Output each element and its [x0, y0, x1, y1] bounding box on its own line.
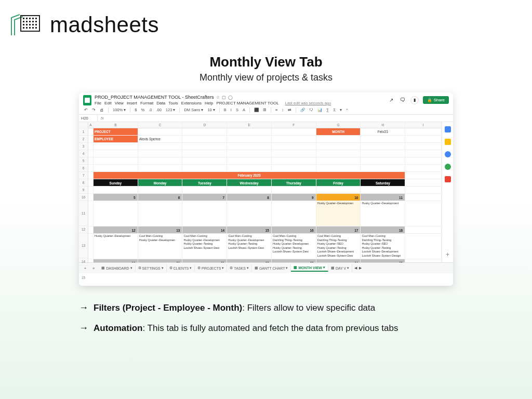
- col-header-H[interactable]: H: [361, 122, 405, 128]
- maps-icon[interactable]: [445, 176, 451, 182]
- col-header-G[interactable]: G: [316, 122, 361, 128]
- date-cell[interactable]: 20: [138, 259, 183, 262]
- sheet-tab-tasks[interactable]: ⚙TASKS▾: [227, 264, 251, 272]
- row-header[interactable]: 14: [79, 258, 88, 265]
- tab-menu-icon[interactable]: ▾: [130, 266, 132, 270]
- task-cell[interactable]: Cool Man–CostingHusky Quarter–Developmen…: [227, 234, 272, 259]
- col-header-E[interactable]: E: [227, 122, 272, 128]
- toolbar-btn-14[interactable]: A: [242, 107, 246, 113]
- menu-extensions[interactable]: Extensions: [181, 101, 202, 105]
- row-header[interactable]: 10: [79, 194, 88, 201]
- toolbar-btn-24[interactable]: Σ: [332, 107, 337, 113]
- tasks-icon[interactable]: [445, 151, 451, 157]
- toolbar-btn-25[interactable]: ▾: [339, 107, 343, 113]
- task-cell[interactable]: [272, 201, 316, 226]
- task-cell[interactable]: Cool Man–CostingDazzling Thing–TestingHu…: [272, 234, 316, 259]
- row-header[interactable]: 4: [79, 150, 88, 157]
- menu-format[interactable]: Format: [140, 101, 153, 105]
- filter-month-value[interactable]: Feb/23: [361, 128, 405, 135]
- col-header-B[interactable]: B: [94, 122, 138, 128]
- date-cell[interactable]: 16: [272, 227, 316, 233]
- toolbar-btn-11[interactable]: B: [223, 107, 228, 113]
- all-sheets-button[interactable]: ≡: [90, 265, 97, 271]
- task-cell[interactable]: Husky Quarter–Developmen: [316, 201, 361, 226]
- toolbar-btn-23[interactable]: ∑: [325, 107, 330, 113]
- keep-icon[interactable]: [445, 139, 451, 145]
- date-cell[interactable]: 18: [361, 227, 405, 233]
- sheet-tab-gantt-chart[interactable]: ▦GANTT CHART▾: [252, 264, 291, 272]
- toolbar-btn-16[interactable]: ⊞: [262, 107, 268, 113]
- menu-file[interactable]: File: [95, 101, 101, 105]
- sheets-logo-icon[interactable]: [83, 95, 91, 105]
- sheet-tab-month-view[interactable]: ▦MONTH VIEW▾: [291, 264, 328, 272]
- date-cell[interactable]: 14: [182, 227, 227, 233]
- toolbar-btn-15[interactable]: ⬛: [253, 107, 260, 113]
- date-cell[interactable]: 21: [182, 259, 227, 262]
- col-header-C[interactable]: C: [138, 122, 183, 128]
- row-header[interactable]: 2: [79, 136, 88, 143]
- row-header[interactable]: 7: [79, 172, 88, 179]
- col-header-I[interactable]: I: [405, 122, 442, 128]
- sheet-tab-dashboard[interactable]: ▦DASHBOARD▾: [99, 264, 135, 272]
- toolbar-btn-26[interactable]: ^: [345, 107, 349, 113]
- task-cell[interactable]: Cool Man–CostingDazzling Thing–TestingHu…: [361, 234, 405, 259]
- toolbar-btn-9[interactable]: DM Sans ▾: [183, 107, 204, 113]
- task-cell[interactable]: Husky Quarter–Development: [361, 201, 405, 226]
- row-header[interactable]: 13: [79, 233, 88, 258]
- history-icon[interactable]: ↗: [388, 97, 395, 104]
- sheet-tab-day-v[interactable]: ▦DAY V▾: [328, 264, 352, 272]
- toolbar-btn-2[interactable]: 🖨: [99, 107, 105, 113]
- date-cell[interactable]: 25: [361, 259, 405, 262]
- toolbar-btn-5[interactable]: %: [140, 107, 145, 113]
- task-cell[interactable]: [227, 201, 272, 226]
- toolbar-btn-10[interactable]: 10 ▾: [206, 107, 216, 113]
- tab-menu-icon[interactable]: ▾: [162, 266, 164, 270]
- sheet-tab-clients[interactable]: ⚙CLIENTS▾: [167, 264, 195, 272]
- toolbar-btn-4[interactable]: $: [134, 107, 138, 113]
- name-box[interactable]: H20: [79, 115, 98, 122]
- row-header[interactable]: 5: [79, 157, 88, 165]
- toolbar-btn-12[interactable]: I: [230, 107, 233, 113]
- tab-menu-icon[interactable]: ▾: [222, 266, 224, 270]
- tab-menu-icon[interactable]: ▾: [247, 266, 249, 270]
- add-on-plus-icon[interactable]: +: [446, 251, 449, 258]
- date-cell[interactable]: 17: [316, 227, 361, 233]
- row-header[interactable]: 11: [79, 201, 88, 226]
- toolbar-btn-18[interactable]: ↕: [281, 107, 285, 113]
- task-cell[interactable]: Cool Man–CostingHusky Quarter–Developmen: [138, 234, 183, 259]
- toolbar-btn-20[interactable]: 🔗: [299, 107, 306, 113]
- toolbar-btn-17[interactable]: ≡: [274, 107, 278, 113]
- date-cell[interactable]: 22: [227, 259, 272, 262]
- row-header[interactable]: 8: [79, 179, 88, 187]
- tab-scroll-left[interactable]: ◀: [354, 266, 357, 270]
- row-header[interactable]: 9: [79, 187, 88, 194]
- tab-menu-icon[interactable]: ▾: [190, 266, 192, 270]
- menu-help[interactable]: Help: [205, 101, 213, 105]
- date-cell[interactable]: 5: [94, 194, 138, 201]
- toolbar-btn-7[interactable]: .00: [155, 107, 162, 113]
- toolbar-btn-19[interactable]: ⇄: [287, 107, 292, 113]
- star-icon[interactable]: ☆: [216, 95, 220, 100]
- tab-menu-icon[interactable]: ▾: [347, 266, 349, 270]
- task-cell[interactable]: Husky Quarter–Developmen: [94, 234, 138, 259]
- menu-tools[interactable]: Tools: [168, 101, 178, 105]
- meet-icon[interactable]: ▮: [410, 96, 419, 104]
- date-cell[interactable]: 23: [272, 259, 316, 262]
- menu-insert[interactable]: Insert: [127, 101, 137, 105]
- comments-icon[interactable]: 🗨: [399, 97, 406, 104]
- toolbar-btn-22[interactable]: 📊: [316, 107, 323, 113]
- menu-project-management-tool[interactable]: PROJECT MANAGEMENT TOOL: [216, 101, 278, 105]
- last-edit-link[interactable]: Last edit was seconds ago: [285, 101, 331, 105]
- col-header-D[interactable]: D: [182, 122, 227, 128]
- date-cell[interactable]: 9: [272, 194, 316, 201]
- row-header[interactable]: 12: [79, 226, 88, 233]
- task-cell[interactable]: Cool Man–CostingHusky Quarter–Developmen…: [182, 234, 227, 259]
- row-header[interactable]: 3: [79, 143, 88, 150]
- date-cell[interactable]: 13: [138, 227, 183, 233]
- task-cell[interactable]: [138, 201, 183, 226]
- date-cell[interactable]: 12: [94, 227, 138, 233]
- toolbar-btn-13[interactable]: S: [235, 107, 240, 113]
- date-cell[interactable]: 15: [227, 227, 272, 233]
- date-cell[interactable]: 11: [361, 194, 405, 201]
- row-header[interactable]: 6: [79, 165, 88, 172]
